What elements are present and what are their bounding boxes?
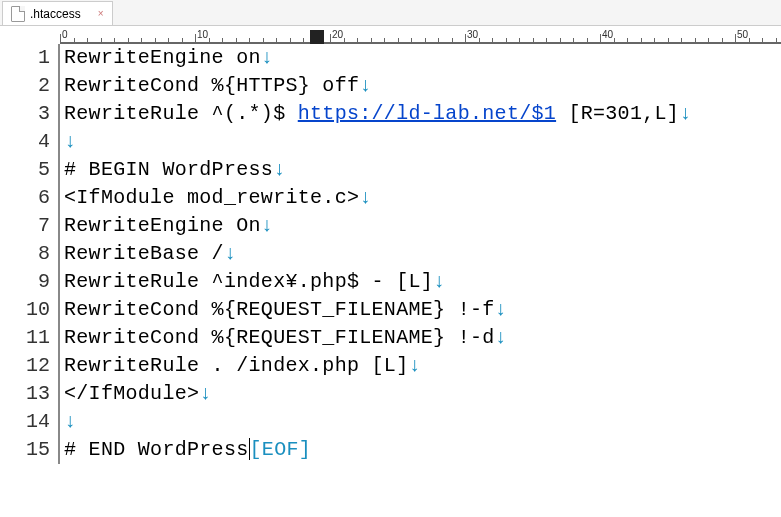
line-number: 13 [0,380,50,408]
code-line[interactable]: ↓ [64,408,781,436]
ruler-caret-marker [310,30,324,44]
return-icon: ↓ [679,102,691,125]
editor-window: .htaccess × 01020304050 1234567891011121… [0,0,781,517]
code-line[interactable]: RewriteCond %{HTTPS} off↓ [64,72,781,100]
code-line[interactable]: <IfModule mod_rewrite.c>↓ [64,184,781,212]
code-line[interactable]: ↓ [64,128,781,156]
code-line[interactable]: RewriteBase /↓ [64,240,781,268]
code-text: <IfModule mod_rewrite.c> [64,186,359,209]
tab-filename: .htaccess [30,7,81,21]
code-text: RewriteRule ^index¥.php$ - [L] [64,270,433,293]
code-line[interactable]: # END WordPress[EOF] [64,436,781,464]
return-icon: ↓ [64,410,76,433]
line-number: 15 [0,436,50,464]
url-link[interactable]: https://ld-lab.net/$1 [298,102,556,125]
return-icon: ↓ [261,214,273,237]
code-text: RewriteRule ^(.*)$ [64,102,298,125]
code-text: RewriteCond %{HTTPS} off [64,74,359,97]
line-number-gutter: 123456789101112131415 [0,44,60,464]
file-tab[interactable]: .htaccess × [2,1,113,25]
return-icon: ↓ [495,298,507,321]
ruler-mark: 0 [62,29,68,40]
code-text: </IfModule> [64,382,199,405]
return-icon: ↓ [359,186,371,209]
code-line[interactable]: RewriteEngine on↓ [64,44,781,72]
line-number: 5 [0,156,50,184]
line-number: 3 [0,100,50,128]
file-icon [11,6,25,22]
code-text: RewriteEngine On [64,214,261,237]
code-text: RewriteCond %{REQUEST_FILENAME} !-d [64,326,495,349]
line-number: 8 [0,240,50,268]
tab-bar: .htaccess × [0,0,781,26]
line-number: 9 [0,268,50,296]
ruler[interactable]: 01020304050 [60,26,781,44]
line-number: 14 [0,408,50,436]
return-icon: ↓ [224,242,236,265]
return-icon: ↓ [433,270,445,293]
code-text: # BEGIN WordPress [64,158,273,181]
line-number: 1 [0,44,50,72]
return-icon: ↓ [273,158,285,181]
line-number: 11 [0,324,50,352]
code-text: # END WordPress [64,438,249,461]
code-line[interactable]: RewriteEngine On↓ [64,212,781,240]
code-text: RewriteEngine on [64,46,261,69]
code-line[interactable]: RewriteRule ^(.*)$ https://ld-lab.net/$1… [64,100,781,128]
code-line[interactable]: # BEGIN WordPress↓ [64,156,781,184]
eof-marker: [EOF] [250,438,312,461]
ruler-mark: 10 [197,29,208,40]
line-number: 2 [0,72,50,100]
code-line[interactable]: </IfModule>↓ [64,380,781,408]
code-line[interactable]: RewriteRule ^index¥.php$ - [L]↓ [64,268,781,296]
code-text: RewriteBase / [64,242,224,265]
code-line[interactable]: RewriteCond %{REQUEST_FILENAME} !-f↓ [64,296,781,324]
ruler-mark: 20 [332,29,343,40]
ruler-mark: 50 [737,29,748,40]
code-area[interactable]: 123456789101112131415 RewriteEngine on↓R… [0,44,781,464]
ruler-mark: 40 [602,29,613,40]
line-number: 7 [0,212,50,240]
return-icon: ↓ [495,326,507,349]
line-number: 6 [0,184,50,212]
code-text: RewriteRule . /index.php [L] [64,354,408,377]
return-icon: ↓ [199,382,211,405]
line-number: 10 [0,296,50,324]
code-text: RewriteCond %{REQUEST_FILENAME} !-f [64,298,495,321]
ruler-mark: 30 [467,29,478,40]
line-number: 4 [0,128,50,156]
return-icon: ↓ [64,130,76,153]
code-line[interactable]: RewriteCond %{REQUEST_FILENAME} !-d↓ [64,324,781,352]
close-icon[interactable]: × [98,8,104,19]
code-text: [R=301,L] [556,102,679,125]
code-lines[interactable]: RewriteEngine on↓RewriteCond %{HTTPS} of… [60,44,781,464]
return-icon: ↓ [408,354,420,377]
return-icon: ↓ [359,74,371,97]
code-line[interactable]: RewriteRule . /index.php [L]↓ [64,352,781,380]
return-icon: ↓ [261,46,273,69]
line-number: 12 [0,352,50,380]
